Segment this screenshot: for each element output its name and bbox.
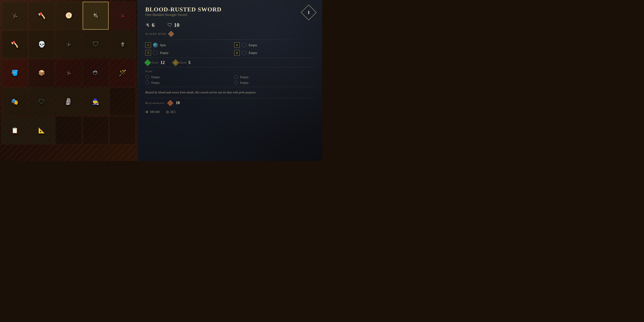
level-value: I xyxy=(308,10,310,15)
level-badge: I xyxy=(301,4,317,20)
gem-circle-3 xyxy=(145,81,149,84)
grid-cell-7[interactable]: ⚔ xyxy=(56,30,82,58)
grid-cell-24[interactable] xyxy=(110,116,136,144)
weight-stat: ⚖ 28.5 xyxy=(166,110,176,114)
skill-number-4: 4 xyxy=(234,50,240,56)
gems-section: Gems Empty Empty Empty Empty xyxy=(145,70,314,84)
gem-slot-3[interactable]: Empty xyxy=(145,81,226,84)
durability-icon: ⚙ xyxy=(145,110,148,114)
defense-icon: 🛡 xyxy=(168,22,172,28)
grid-cell-11[interactable]: 📦 xyxy=(29,59,55,87)
grid-cell-10[interactable]: 🪣 xyxy=(2,59,28,87)
skill-orb-4 xyxy=(242,50,247,55)
gem-label-2: Empty xyxy=(240,75,249,79)
grid-cell-21[interactable]: 📐 xyxy=(29,116,55,144)
gem-slot-4[interactable]: Empty xyxy=(234,81,314,84)
skill-orb-2 xyxy=(242,43,247,48)
durability-value: 100/100 xyxy=(150,110,160,114)
skill-name-3: Empty xyxy=(160,51,168,55)
inventory-grid: ⚔ 🪓 🫓 🗡 ⚔ 🪓 💀 ⚔ 🛡 🗡 � xyxy=(0,0,138,146)
gems-label: Gems xyxy=(145,70,314,73)
durability-stat: ⚙ 100/100 xyxy=(145,110,160,114)
grid-cell-9[interactable]: 🗡 xyxy=(110,30,136,58)
item-header: Blood-Rusted Sword One-Handed Straight S… xyxy=(145,6,314,20)
grid-cell-12[interactable]: ⚔ xyxy=(56,59,82,87)
defense-stat: 🛡 10 xyxy=(168,22,180,28)
damage-icon: 🗡 xyxy=(144,22,151,29)
defense-value: 10 xyxy=(174,22,180,28)
grid-cell-23[interactable] xyxy=(83,116,109,144)
grid-cell-19[interactable] xyxy=(110,88,136,116)
gem-circle-4 xyxy=(234,81,238,84)
grid-cell-3[interactable]: 🗡 xyxy=(83,2,109,30)
gem-slot-1[interactable]: Empty xyxy=(145,75,226,79)
skill-slot-3[interactable]: 3 Empty xyxy=(145,50,226,56)
cost-label: Cost xyxy=(152,61,159,64)
gain-label: Gain xyxy=(180,61,186,64)
req-value: 10 xyxy=(176,101,180,105)
grid-cell-8[interactable]: 🛡 xyxy=(83,30,109,58)
skill-number-2: 2 xyxy=(234,42,240,48)
stats-row: 🗡 6 🛡 10 xyxy=(145,22,314,28)
skill-orb-3 xyxy=(153,50,158,55)
bottom-stats: ⚙ 100/100 ⚖ 28.5 xyxy=(145,108,314,114)
divider-1 xyxy=(145,40,314,40)
skill-name-4: Empty xyxy=(249,51,258,55)
grid-cell-18[interactable]: 🧙 xyxy=(83,88,109,116)
skill-number-3: 3 xyxy=(145,50,151,56)
grid-cell-1[interactable]: 🪓 xyxy=(29,2,55,30)
gem-circle-2 xyxy=(234,75,238,79)
grid-cell-15[interactable]: 🎭 xyxy=(2,88,28,116)
skill-number-1: 1 xyxy=(145,42,151,48)
grid-cell-6[interactable]: 💀 xyxy=(29,30,55,58)
grid-cell-20[interactable]: 📋 xyxy=(2,116,28,144)
grid-cell-13[interactable]: ⛑ xyxy=(83,59,109,87)
scales-icon xyxy=(168,31,174,37)
skill-name-2: Empty xyxy=(249,43,258,47)
grid-cell-2[interactable]: 🫓 xyxy=(56,2,82,30)
gems-grid: Empty Empty Empty Empty xyxy=(145,75,314,84)
requirements-label: Requirements xyxy=(145,101,165,105)
grid-cell-22[interactable] xyxy=(56,116,82,144)
grid-cell-0[interactable]: ⚔ xyxy=(2,2,28,30)
gain-icon xyxy=(172,59,179,66)
gem-slot-2[interactable]: Empty xyxy=(234,75,314,79)
requirements-section: Requirements 10 xyxy=(145,98,314,108)
gain-item: Gain 5 xyxy=(173,60,190,65)
item-description: Rusted by blood and weary from death, th… xyxy=(145,87,314,98)
scales-section: Scales with: xyxy=(145,32,314,36)
weight-icon: ⚖ xyxy=(166,110,169,114)
skill-slot-2[interactable]: 2 Empty xyxy=(234,42,314,48)
grid-cell-16[interactable]: 🛡 xyxy=(29,88,55,116)
item-title: Blood-Rusted Sword xyxy=(145,6,222,13)
skill-orb-1 xyxy=(153,43,158,48)
skill-slot-4[interactable]: 4 Empty xyxy=(234,50,314,56)
gem-label-3: Empty xyxy=(151,81,160,84)
grid-cell-5[interactable]: 🪓 xyxy=(2,30,28,58)
gem-label-4: Empty xyxy=(240,81,249,84)
inventory-panel: ⚔ 🪓 🫓 🗡 ⚔ 🪓 💀 ⚔ 🛡 🗡 � xyxy=(0,0,138,161)
cost-item: Cost 12 xyxy=(145,60,165,65)
weight-value: 28.5 xyxy=(170,110,176,114)
cost-gain-row: Cost 12 Gain 5 xyxy=(145,58,314,68)
gem-label-1: Empty xyxy=(151,75,160,79)
damage-stat: 🗡 6 xyxy=(145,22,154,28)
req-diamond-icon xyxy=(167,100,173,106)
scales-label: Scales with: xyxy=(145,32,167,36)
damage-value: 6 xyxy=(152,22,154,28)
skill-name-1: Spin xyxy=(160,43,166,47)
skill-slot-1[interactable]: 1 Spin xyxy=(145,42,226,48)
grid-cell-17[interactable]: 🗿 xyxy=(56,88,82,116)
grid-cell-14[interactable]: 🪄 xyxy=(110,59,136,87)
item-subtitle: One-Handed Straight Sword xyxy=(145,13,222,17)
gem-circle-1 xyxy=(145,75,149,79)
gain-value: 5 xyxy=(188,60,190,65)
detail-panel: Blood-Rusted Sword One-Handed Straight S… xyxy=(138,0,322,161)
skills-grid: 1 Spin 2 Empty 3 Empty 4 Empty xyxy=(145,42,314,56)
grid-cell-4[interactable]: ⚔ xyxy=(110,2,136,30)
cost-value: 12 xyxy=(160,60,165,65)
cost-icon xyxy=(144,59,151,66)
